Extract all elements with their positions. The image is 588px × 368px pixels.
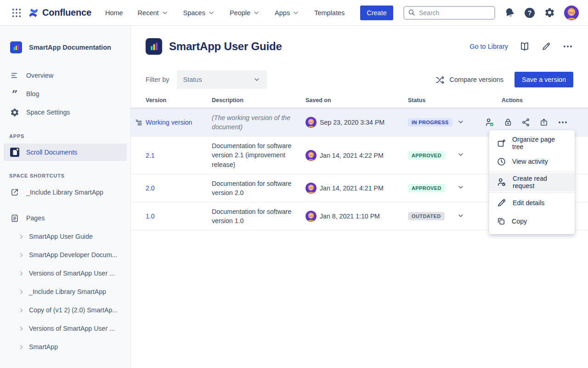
top-navigation: Confluence HomeRecentSpacesPeopleAppsTem… bbox=[0, 0, 588, 26]
compare-versions-button[interactable]: Compare versions bbox=[435, 75, 503, 85]
sidebar-item-pages[interactable]: Pages bbox=[0, 209, 130, 227]
menu-item-copy[interactable]: Copy bbox=[489, 212, 575, 230]
version-description: Documentation for software version 2.0 bbox=[212, 174, 305, 202]
status-badge: OUTDATED bbox=[408, 212, 445, 220]
more-actions-icon[interactable] bbox=[557, 117, 568, 128]
sidebar-shortcut--include-library-smartapp[interactable]: _Include Library SmartApp bbox=[0, 183, 130, 201]
lock-icon[interactable] bbox=[503, 118, 513, 127]
user-avatar[interactable] bbox=[564, 6, 579, 20]
search-input[interactable] bbox=[419, 9, 491, 17]
save-a-version-button[interactable]: Save a version bbox=[514, 72, 573, 87]
read-confirmation-icon[interactable] bbox=[485, 117, 495, 127]
chevron-right-icon[interactable] bbox=[18, 270, 24, 276]
sidebar-app-scroll-documents[interactable]: Scroll Documents bbox=[4, 144, 127, 161]
nav-item-home[interactable]: Home bbox=[105, 9, 123, 17]
saved-on-date: Jan 14, 2021 4:21 PM bbox=[320, 184, 384, 192]
help-icon[interactable]: ? bbox=[524, 7, 535, 18]
main-nav: HomeRecentSpacesPeopleAppsTemplates bbox=[105, 9, 345, 17]
nav-item-recent[interactable]: Recent bbox=[138, 9, 169, 17]
menu-divider bbox=[489, 172, 575, 172]
column-header-actions: Actions bbox=[478, 97, 581, 104]
overview-icon bbox=[10, 71, 19, 80]
column-header-description: Description bbox=[212, 97, 305, 104]
version-link[interactable]: Working version bbox=[146, 119, 192, 126]
chevron-down-icon bbox=[208, 9, 215, 17]
expand-row-icon[interactable] bbox=[457, 184, 464, 191]
pages-icon bbox=[10, 213, 19, 223]
menu-item-edit-details[interactable]: Edit details bbox=[489, 194, 575, 212]
expand-row-icon[interactable] bbox=[457, 151, 464, 158]
confluence-logo[interactable]: Confluence bbox=[28, 7, 91, 18]
expand-row-icon[interactable] bbox=[457, 118, 464, 126]
saved-on-date: Jan 8, 2021 1:10 PM bbox=[320, 213, 380, 220]
version-link[interactable]: 1.0 bbox=[146, 213, 155, 220]
gear-icon bbox=[10, 107, 19, 118]
search-icon bbox=[408, 9, 416, 17]
chevron-right-icon[interactable] bbox=[18, 234, 24, 240]
gear-icon[interactable] bbox=[544, 7, 555, 18]
chevron-down-icon bbox=[253, 9, 260, 17]
page-tree-item[interactable]: SmartApp Developer Docum... bbox=[0, 246, 130, 264]
space-header[interactable]: SmartApp Documentation bbox=[0, 41, 130, 53]
table-header: VersionDescriptionSaved onStatusActions bbox=[131, 97, 588, 109]
pages-label: Pages bbox=[26, 214, 45, 222]
version-link[interactable]: 2.0 bbox=[146, 184, 155, 192]
bell-icon[interactable] bbox=[504, 7, 515, 18]
status-filter-value: Status bbox=[183, 76, 202, 83]
user-avatar bbox=[305, 150, 317, 161]
page-tree-item[interactable]: _Include Library SmartApp bbox=[0, 282, 130, 301]
nav-item-apps[interactable]: Apps bbox=[275, 9, 300, 17]
svg-text:?: ? bbox=[528, 9, 532, 17]
chevron-right-icon[interactable] bbox=[18, 289, 24, 295]
status-badge: APPROVED bbox=[408, 184, 445, 192]
chevron-down-icon bbox=[292, 9, 300, 17]
menu-item-organize-page-tree[interactable]: Organize page tree bbox=[489, 134, 575, 152]
page-tree-item[interactable]: Versions of SmartApp User ... bbox=[0, 264, 130, 282]
page-tree-item[interactable]: Versions of SmartApp User ... bbox=[0, 319, 130, 338]
row-actions-menu: Organize page treeView activityCreate re… bbox=[489, 130, 575, 234]
column-header-status: Status bbox=[408, 97, 457, 104]
column-header-saved-on: Saved on bbox=[305, 97, 408, 104]
copy-icon bbox=[497, 217, 506, 226]
menu-item-view-activity[interactable]: View activity bbox=[489, 152, 575, 171]
page-title: SmartApp User Guide bbox=[169, 40, 282, 53]
page-tree-item[interactable]: Copy of (v1 2) (2.0) SmartAp... bbox=[0, 301, 130, 319]
sidebar-item-overview[interactable]: Overview bbox=[0, 66, 130, 85]
search-box[interactable] bbox=[403, 6, 495, 20]
chevron-right-icon[interactable] bbox=[18, 344, 24, 350]
saved-on-date: Sep 23, 2020 3:34 PM bbox=[320, 119, 384, 126]
filter-by-label: Filter by bbox=[146, 76, 170, 83]
sidebar-item-space-settings[interactable]: Space Settings bbox=[0, 103, 130, 121]
export-icon[interactable] bbox=[539, 118, 548, 127]
edit-icon[interactable] bbox=[541, 41, 551, 52]
space-name: SmartApp Documentation bbox=[29, 44, 111, 51]
chevron-right-icon[interactable] bbox=[18, 307, 24, 313]
go-to-library-link[interactable]: Go to Library bbox=[469, 43, 508, 50]
compare-icon bbox=[435, 75, 445, 85]
nav-item-people[interactable]: People bbox=[230, 9, 260, 17]
page-tree-item[interactable]: SmartApp User Guide bbox=[0, 227, 130, 246]
create-button[interactable]: Create bbox=[360, 6, 393, 20]
page-tree-item[interactable]: SmartApp bbox=[0, 338, 130, 356]
apps-section-header: APPS bbox=[0, 133, 130, 139]
space-avatar-icon bbox=[10, 41, 22, 53]
menu-item-create-read-request[interactable]: Create read request bbox=[489, 173, 575, 191]
external-icon bbox=[10, 188, 19, 197]
status-badge: APPROVED bbox=[408, 151, 445, 160]
chevron-down-icon bbox=[161, 9, 169, 17]
column-header-version: Version bbox=[131, 97, 212, 104]
nav-item-templates[interactable]: Templates bbox=[314, 9, 345, 17]
document-icon bbox=[146, 38, 162, 55]
share-icon[interactable] bbox=[521, 118, 531, 127]
expand-row-icon[interactable] bbox=[457, 212, 464, 219]
version-description: (The working version of the document) bbox=[212, 109, 305, 136]
nav-item-spaces[interactable]: Spaces bbox=[183, 9, 215, 17]
status-filter-select[interactable]: Status bbox=[177, 70, 267, 89]
version-link[interactable]: 2.1 bbox=[146, 152, 155, 159]
chevron-right-icon[interactable] bbox=[18, 326, 24, 332]
library-icon[interactable] bbox=[519, 41, 530, 52]
chevron-right-icon[interactable] bbox=[18, 252, 24, 258]
app-switcher-icon[interactable] bbox=[9, 6, 24, 20]
sidebar-item-blog[interactable]: ”Blog bbox=[0, 85, 130, 103]
more-icon[interactable] bbox=[562, 41, 573, 52]
